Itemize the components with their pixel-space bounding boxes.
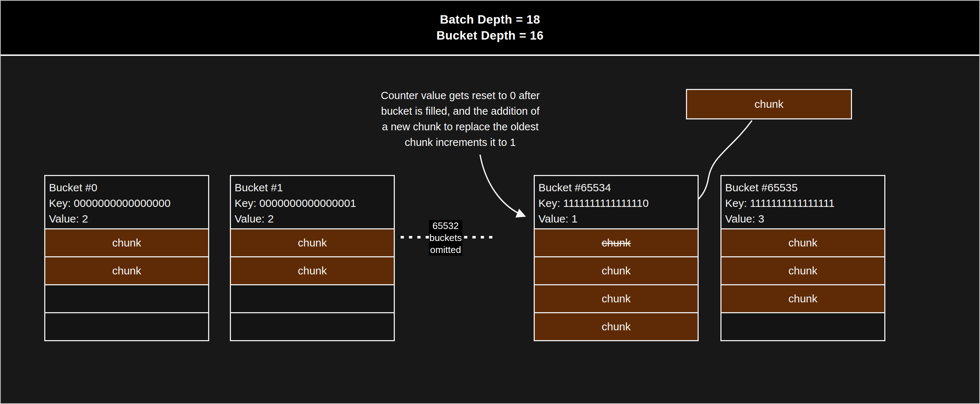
bucket-header: Bucket #65534 Key: 1111111111111110 Valu… [534, 175, 698, 229]
chunk-slot: chunk [44, 228, 209, 257]
chunk-slot: chunk [534, 284, 698, 313]
dot [417, 236, 420, 238]
omitted-line: buckets [429, 232, 462, 244]
bucket-header: Bucket #65535 Key: 1111111111111111 Valu… [721, 175, 885, 229]
bucket-key: Key: 0000000000000001 [235, 195, 390, 211]
bucket-key: Key: 1111111111111111 [725, 195, 881, 211]
chunk-slot: chunk [230, 228, 395, 257]
omitted-line: omitted [430, 244, 461, 256]
chunk-slot: chunk [534, 312, 698, 341]
chunk-slot [44, 284, 209, 313]
bucket-0: Bucket #0 Key: 0000000000000000 Value: 2… [44, 175, 209, 341]
bucket-65535: Bucket #65535 Key: 1111111111111111 Valu… [721, 175, 885, 341]
bucket-title: Bucket #65534 [538, 180, 694, 195]
chunk-slot [230, 312, 395, 341]
bucket-65534: Bucket #65534 Key: 1111111111111110 Valu… [534, 175, 698, 341]
chunk-slot: chunk [44, 256, 209, 285]
bucket-title: Bucket #0 [49, 180, 205, 195]
bucket-value: Value: 3 [725, 211, 881, 227]
incoming-chunk-box: chunk [686, 89, 852, 120]
dot [401, 236, 404, 238]
incoming-chunk-label: chunk [754, 98, 783, 110]
omitted-buckets-label: 65532 buckets omitted [429, 220, 462, 255]
bucket-value: Value: 2 [49, 211, 205, 227]
chunk-slot [44, 312, 209, 341]
omitted-line: 65532 [433, 220, 459, 232]
annotation-line: chunk increments it to 1 [354, 135, 566, 150]
annotation-line: a new chunk to replace the oldest [354, 119, 566, 135]
chunk-slot: chunk [721, 284, 885, 313]
chunk-slot [230, 284, 395, 313]
annotation-text: Counter value gets reset to 0 after buck… [354, 88, 566, 150]
bucket-depth-label: Bucket Depth = 16 [436, 28, 544, 43]
chunk-slot [721, 312, 885, 341]
ellipsis-dots-right [464, 236, 492, 238]
chunk-slot: chunk [721, 256, 885, 285]
bucket-key: Key: 1111111111111110 [538, 195, 694, 211]
dot [409, 236, 412, 238]
ellipsis-dots-left [401, 236, 429, 238]
arrow-annotation-to-bucket65534 [480, 155, 524, 216]
batch-depth-label: Batch Depth = 18 [440, 12, 540, 27]
bucket-1: Bucket #1 Key: 0000000000000001 Value: 2… [230, 175, 395, 341]
annotation-line: Counter value gets reset to 0 after [354, 88, 566, 104]
annotation-line: bucket is filled, and the addition of [354, 104, 566, 119]
chunk-slot-oldest: chunk [534, 228, 698, 257]
bucket-value: Value: 2 [235, 211, 390, 227]
chunk-slot: chunk [230, 256, 395, 285]
bucket-key: Key: 0000000000000000 [49, 195, 205, 211]
bucket-value: Value: 1 [538, 211, 694, 227]
bucket-header: Bucket #1 Key: 0000000000000001 Value: 2 [230, 175, 395, 229]
diagram-canvas: Batch Depth = 18 Bucket Depth = 16 Count… [0, 0, 980, 404]
bucket-title: Bucket #1 [235, 180, 390, 195]
dot [489, 236, 492, 238]
chunk-slot: chunk [721, 228, 885, 257]
bucket-title: Bucket #65535 [725, 180, 881, 195]
dot [481, 236, 484, 238]
chunk-slot: chunk [534, 256, 698, 285]
dot [426, 236, 429, 238]
dot [473, 236, 476, 238]
header-bar: Batch Depth = 18 Bucket Depth = 16 [1, 1, 979, 56]
bucket-header: Bucket #0 Key: 0000000000000000 Value: 2 [44, 175, 209, 229]
dot [464, 236, 467, 238]
